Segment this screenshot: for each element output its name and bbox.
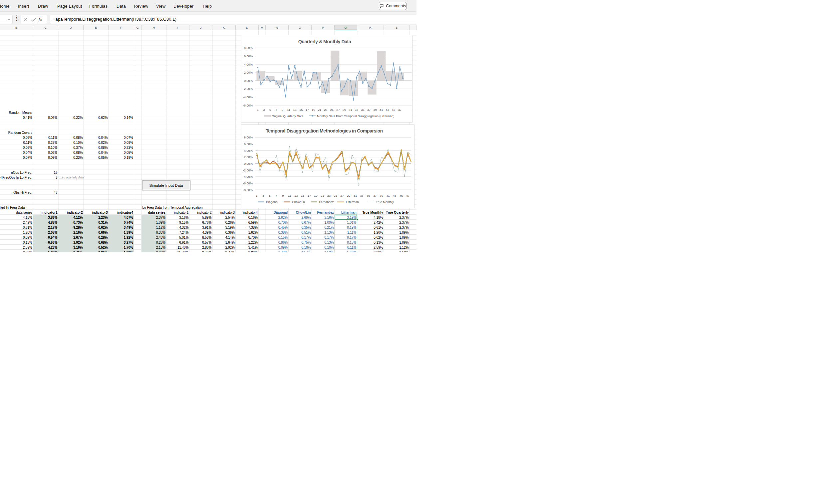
svg-text:17: 17 — [305, 108, 309, 112]
svg-text:Monthly Data From Temporal Dis: Monthly Data From Temporal Disaggregatio… — [317, 114, 394, 118]
svg-text:8.00%: 8.00% — [244, 46, 252, 50]
svg-text:Fernandez: Fernandez — [319, 200, 334, 204]
svg-text:-2.00%: -2.00% — [243, 169, 252, 172]
svg-text:45: 45 — [399, 194, 403, 198]
svg-text:Diagonal: Diagonal — [266, 200, 278, 204]
svg-text:19: 19 — [312, 108, 315, 112]
svg-text:True Monthly: True Monthly — [376, 200, 394, 204]
svg-text:-4.00%: -4.00% — [243, 175, 252, 179]
svg-text:5: 5 — [269, 108, 271, 112]
svg-text:31: 31 — [349, 108, 352, 112]
svg-text:9: 9 — [282, 194, 284, 198]
svg-text:3: 3 — [263, 108, 265, 112]
svg-text:47: 47 — [398, 108, 401, 112]
svg-text:39: 39 — [380, 194, 383, 198]
svg-text:45: 45 — [392, 108, 395, 112]
svg-text:6.00%: 6.00% — [244, 142, 252, 146]
svg-text:21: 21 — [320, 194, 324, 198]
svg-text:27: 27 — [340, 194, 343, 198]
svg-text:9: 9 — [281, 108, 283, 112]
svg-text:33: 33 — [360, 194, 363, 198]
svg-text:Chow/Lin: Chow/Lin — [292, 200, 305, 204]
svg-text:25: 25 — [334, 194, 337, 198]
svg-text:33: 33 — [355, 108, 358, 112]
svg-text:5: 5 — [269, 194, 270, 198]
svg-text:27: 27 — [336, 108, 340, 112]
svg-text:23: 23 — [324, 108, 327, 112]
svg-text:35: 35 — [366, 194, 370, 198]
svg-text:25: 25 — [330, 108, 333, 112]
svg-text:37: 37 — [367, 108, 370, 112]
svg-text:43: 43 — [393, 194, 396, 198]
svg-text:23: 23 — [327, 194, 330, 198]
svg-text:-4.00%: -4.00% — [243, 96, 252, 99]
svg-text:41: 41 — [386, 194, 389, 198]
svg-text:Litterman: Litterman — [346, 200, 359, 204]
svg-text:15: 15 — [299, 108, 303, 112]
svg-text:35: 35 — [361, 108, 364, 112]
svg-text:31: 31 — [353, 194, 357, 198]
svg-text:2.00%: 2.00% — [244, 156, 252, 159]
svg-text:29: 29 — [347, 194, 350, 198]
svg-text:37: 37 — [373, 194, 376, 198]
svg-text:11: 11 — [287, 108, 290, 112]
svg-text:-6.00%: -6.00% — [243, 103, 252, 107]
svg-text:7: 7 — [275, 194, 277, 198]
svg-text:0.00%: 0.00% — [244, 79, 252, 82]
svg-text:-2.00%: -2.00% — [243, 87, 252, 91]
svg-text:0.00%: 0.00% — [244, 162, 252, 165]
svg-text:41: 41 — [380, 108, 383, 112]
svg-text:Original Quarterly Data: Original Quarterly Data — [272, 114, 304, 118]
svg-text:fx: fx — [38, 17, 42, 22]
svg-text:21: 21 — [318, 108, 321, 112]
svg-text:29: 29 — [342, 108, 346, 112]
svg-text:43: 43 — [385, 108, 389, 112]
svg-text:19: 19 — [314, 194, 317, 198]
svg-text:1: 1 — [256, 194, 257, 198]
svg-text:-8.00%: -8.00% — [243, 188, 252, 192]
svg-text:1: 1 — [257, 108, 258, 112]
svg-text:Quarterly & Monthly Data: Quarterly & Monthly Data — [298, 39, 351, 44]
svg-text:6.00%: 6.00% — [244, 55, 252, 58]
svg-text:2.00%: 2.00% — [244, 71, 252, 74]
svg-text:17: 17 — [307, 194, 311, 198]
svg-text:-6.00%: -6.00% — [243, 182, 252, 185]
svg-text:13: 13 — [293, 108, 296, 112]
svg-text:3: 3 — [262, 194, 264, 198]
svg-text:13: 13 — [294, 194, 298, 198]
svg-text:11: 11 — [288, 194, 291, 198]
svg-text:4.00%: 4.00% — [244, 149, 252, 152]
svg-text:15: 15 — [301, 194, 304, 198]
svg-text:39: 39 — [373, 108, 377, 112]
svg-text:47: 47 — [406, 194, 409, 198]
svg-text:4.00%: 4.00% — [244, 63, 252, 66]
svg-text:Temporal Disaggregation Method: Temporal Disaggregation Methodologies in… — [266, 128, 383, 134]
svg-text:7: 7 — [275, 108, 277, 112]
svg-text:8.00%: 8.00% — [244, 136, 252, 140]
